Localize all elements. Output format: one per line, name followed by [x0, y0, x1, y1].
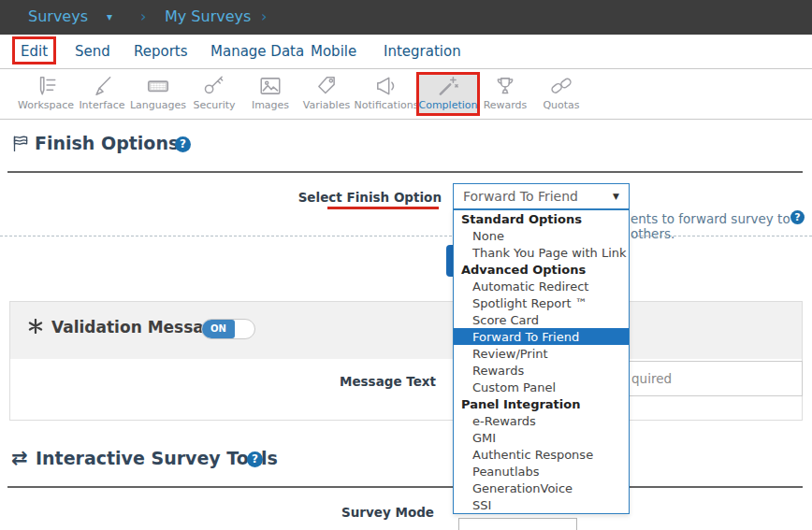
breadcrumb-separator-icon: ›: [261, 7, 267, 25]
dropdown-option-automatic-redirect[interactable]: Automatic Redirect: [454, 278, 629, 294]
rewards-icon: [493, 74, 517, 98]
interface-icon: [90, 74, 114, 98]
dropdown-option-none[interactable]: None: [454, 227, 629, 244]
notifications-icon: [374, 74, 399, 98]
interactive-tools-help-icon[interactable]: ?: [247, 451, 263, 467]
images-icon: [258, 74, 283, 98]
validation-toggle[interactable]: ON: [201, 319, 255, 339]
dropdown-option-rewards[interactable]: Rewards: [454, 362, 629, 379]
toolbar-item-label: Quotas: [519, 99, 603, 111]
dropdown-option-review-print[interactable]: Review/Print: [454, 345, 629, 362]
variables-icon: [314, 74, 339, 98]
menu-item-label: Integration: [384, 43, 461, 60]
divider: [7, 171, 803, 173]
finish-option-select[interactable]: Forward To Friend ▼: [453, 183, 630, 209]
toggle-on-label: ON: [202, 320, 235, 338]
dropdown-option-thank-you-page-with-link[interactable]: Thank You Page with Link: [454, 244, 629, 261]
menu-item-label: Manage Data: [210, 43, 304, 60]
dropdown-option-authentic-response[interactable]: Authentic Response: [454, 446, 629, 463]
menu-item-edit[interactable]: Edit: [21, 43, 48, 60]
message-text-label: Message Text: [329, 374, 436, 389]
breadcrumb-separator-icon: ›: [140, 7, 146, 25]
dropdown-option-spotlight-report[interactable]: Spotlight Report ™: [454, 294, 629, 311]
selected-finish-option: Forward To Friend: [463, 189, 578, 204]
dropdown-option-score-card[interactable]: Score Card: [454, 311, 629, 328]
menu-item-send[interactable]: Send: [75, 43, 110, 60]
flag-icon: [11, 134, 31, 153]
menu-item-label: Edit: [21, 43, 48, 64]
red-annotation-underline: [327, 207, 439, 209]
validation-message-title: Validation Message: [51, 318, 226, 337]
finish-option-description: ents to forward survey to others.: [631, 211, 812, 241]
forward-help-icon[interactable]: ?: [790, 210, 805, 224]
dropdown-group-header: Panel Integration: [454, 395, 629, 412]
quotas-icon: [549, 74, 573, 98]
menu-bar: EditSendReportsManage DataMobileIntegrat…: [0, 35, 812, 69]
interactive-tools-title: Interactive Survey Tools: [36, 448, 278, 468]
dropdown-group-header: Standard Options: [454, 210, 629, 227]
survey-mode-select[interactable]: [458, 518, 577, 530]
menu-item-label: Reports: [134, 43, 188, 60]
toolbar-item-quotas[interactable]: Quotas: [519, 69, 603, 118]
finish-options-title: Finish Options: [35, 133, 179, 153]
dropdown-option-custom-panel[interactable]: Custom Panel: [454, 379, 629, 395]
breadcrumb: Surveys ▾ › My Surveys ›: [0, 0, 812, 35]
chevron-down-icon[interactable]: ▾: [107, 10, 112, 23]
asterisk-icon: [28, 319, 43, 334]
dropdown-option-generationvoice[interactable]: GenerationVoice: [454, 480, 629, 496]
menu-item-label: Send: [75, 43, 110, 60]
menu-item-mobile[interactable]: Mobile: [311, 43, 356, 60]
menu-item-integration[interactable]: Integration: [384, 43, 461, 60]
menu-item-manage-data[interactable]: Manage Data: [210, 43, 304, 60]
dropdown-option-peanutlabs[interactable]: Peanutlabs: [454, 463, 629, 480]
breadcrumb-my-surveys[interactable]: My Surveys: [165, 7, 251, 25]
security-icon: [202, 74, 226, 98]
dropdown-option-gmi[interactable]: GMI: [454, 429, 629, 446]
survey-mode-label: Survey Mode: [329, 505, 434, 520]
dropdown-option-e-rewards[interactable]: e-Rewards: [454, 412, 629, 429]
finish-option-dropdown-list: Standard OptionsNoneThank You Page with …: [453, 209, 630, 514]
languages-icon: [146, 74, 170, 98]
select-dropdown-arrow-icon: ▼: [613, 192, 619, 201]
message-text-value: quired: [631, 371, 672, 386]
completion-icon: [436, 74, 460, 98]
edit-toolbar: WorkspaceInterfaceLanguagesSecurityImage…: [0, 69, 812, 120]
select-finish-option-label: Select Finish Option: [292, 190, 442, 205]
menu-item-label: Mobile: [311, 43, 356, 60]
workspace-icon: [34, 74, 58, 98]
dropdown-group-header: Advanced Options: [454, 261, 629, 278]
finish-options-help-icon[interactable]: ?: [175, 136, 191, 152]
divider: [7, 486, 803, 488]
dropdown-option-forward-to-friend[interactable]: Forward To Friend: [454, 328, 629, 345]
breadcrumb-surveys[interactable]: Surveys: [28, 7, 88, 25]
dropdown-option-ssi[interactable]: SSI: [454, 496, 629, 513]
app-screen: Surveys ▾ › My Surveys › EditSendReports…: [0, 0, 812, 530]
swap-arrows-icon: ⇄: [11, 447, 28, 469]
menu-item-reports[interactable]: Reports: [134, 43, 188, 60]
